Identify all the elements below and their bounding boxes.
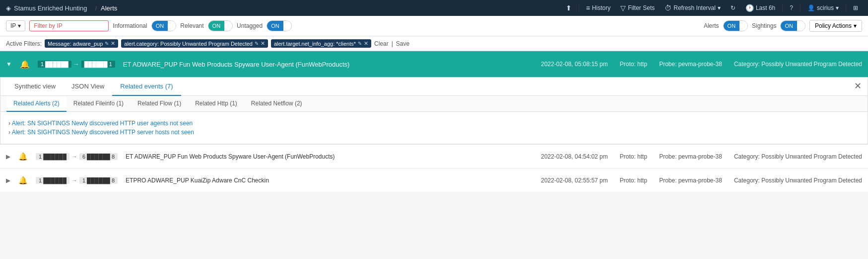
- chevron-down-icon3: ▾: [18, 22, 21, 29]
- remove-filter-icon-0[interactable]: ✕: [111, 40, 115, 47]
- informational-off: [168, 21, 176, 31]
- expand-icon-2[interactable]: ▶: [6, 177, 10, 184]
- src-ip: 1 ██████: [38, 61, 71, 68]
- alert-flow: 1 ██████ → ██████ 1: [38, 61, 115, 68]
- edit-filter-icon-0[interactable]: ✎: [105, 41, 109, 46]
- untagged-off: [283, 21, 291, 31]
- flow-2: 1 ██████ → 1 ██████ 8: [36, 177, 118, 184]
- detail-panel: ✕ Synthetic view JSON View Related event…: [0, 77, 868, 144]
- remove-filter-icon-2[interactable]: ✕: [364, 40, 368, 47]
- filter-pipe: |: [392, 40, 393, 47]
- dst-ip-1: 6 ██████ 8: [79, 153, 118, 160]
- policy-actions-button[interactable]: Policy Actions ▾: [809, 20, 862, 32]
- related-alert-link-0[interactable]: › Alert: SN SIGHTINGS Newly discovered H…: [8, 120, 860, 127]
- ip-filter-dropdown[interactable]: IP ▾: [6, 20, 25, 31]
- chevron-down-icon4: ▾: [854, 22, 857, 29]
- subtab-related-flow[interactable]: Related Flow (1): [131, 96, 188, 112]
- bell-icon-1: 🔔: [18, 152, 28, 161]
- sightings-off: [797, 21, 805, 31]
- relevant-toggle[interactable]: ON: [208, 20, 233, 31]
- collapse-icon: ▼: [6, 61, 12, 68]
- user-menu-button[interactable]: 👤 scirius ▾: [803, 0, 843, 16]
- alert-bell-icon: 🔔: [20, 60, 30, 69]
- flow-arrow-icon-2: →: [71, 177, 77, 184]
- alert-metadata: 2022-02-08, 05:08:15 pm Proto: http Prob…: [541, 61, 862, 68]
- informational-label: Informational: [113, 22, 147, 29]
- refresh-interval-button[interactable]: ⏱ Refresh Interval ▾: [661, 0, 725, 16]
- remove-filter-icon-1[interactable]: ✕: [261, 40, 265, 47]
- alert-category: Category: Possibly Unwanted Program Dete…: [734, 61, 862, 68]
- untagged-on: ON: [267, 21, 283, 31]
- subtab-related-alerts[interactable]: Related Alerts (2): [6, 96, 67, 112]
- last-time-label: Last 6h: [756, 4, 775, 11]
- tab-json-view[interactable]: JSON View: [64, 78, 112, 96]
- meta-2: 2022-02-08, 02:55:57 pm Proto: http Prob…: [541, 177, 862, 184]
- src-ip-2: 1 ██████: [36, 177, 69, 184]
- help-icon: ?: [790, 4, 793, 11]
- relevant-label: Relevant: [180, 22, 203, 29]
- expanded-alert-row[interactable]: ▼ 🔔 1 ██████ → ██████ 1 ET ADWARE_PUP Fu…: [0, 51, 868, 77]
- bell-icon-2: 🔔: [18, 176, 28, 185]
- filter-sets-button[interactable]: ▽ Filter Sets: [616, 0, 659, 16]
- ip-filter-input[interactable]: [29, 20, 109, 31]
- app-brand: ◈ Stamus Enriched Hunting: [6, 4, 87, 12]
- brand-name: Stamus Enriched Hunting: [14, 4, 87, 12]
- informational-on: ON: [152, 21, 168, 31]
- grid-icon: ⊞: [853, 4, 858, 11]
- untagged-label: Untagged: [237, 22, 263, 29]
- filter-chip-text-2: alert.target.net_info_agg: *clients*: [274, 41, 356, 47]
- tab-related-events[interactable]: Related events (7): [112, 78, 181, 96]
- category-1: Category: Possibly Unwanted Program Dete…: [734, 153, 862, 160]
- alert-timestamp: 2022-02-08, 05:08:15 pm: [541, 61, 608, 68]
- history-button[interactable]: ≡ History: [582, 0, 615, 16]
- filter-chip-0: Message: adware_pup ✎ ✕: [45, 39, 118, 48]
- related-alert-link-1[interactable]: › Alert: SN SIGHTINGS Newly discovered H…: [8, 129, 860, 136]
- filter-chip-text-0: Message: adware_pup: [48, 41, 103, 47]
- last-time-button[interactable]: 🕐 Last 6h: [741, 0, 779, 16]
- signature-2: ETPRO ADWARE_PUP KuaiZip Adware CnC Chec…: [126, 177, 533, 184]
- brand-icon: ◈: [6, 4, 11, 12]
- history-label: History: [592, 4, 610, 11]
- subtab-related-netflow[interactable]: Related Netflow (2): [244, 96, 309, 112]
- sub-tabs: Related Alerts (2) Related Fileinfo (1) …: [0, 96, 868, 112]
- export-button[interactable]: ⬆: [562, 0, 576, 16]
- proto-2: Proto: http: [620, 177, 647, 184]
- proto-1: Proto: http: [620, 153, 647, 160]
- edit-filter-icon-1[interactable]: ✎: [255, 41, 259, 46]
- category-2: Category: Possibly Unwanted Program Dete…: [734, 177, 862, 184]
- alert-row-1: ▶ 🔔 1 ██████ → 6 ██████ 8 ET ADWARE_PUP …: [0, 144, 868, 168]
- related-alerts-content: › Alert: SN SIGHTINGS Newly discovered H…: [0, 112, 868, 144]
- clear-filters-button[interactable]: Clear: [374, 40, 389, 47]
- save-filters-button[interactable]: Save: [396, 40, 409, 47]
- top-navigation: ◈ Stamus Enriched Hunting / Alerts ⬆ ≡ H…: [0, 0, 868, 16]
- filter-chip-1: alert.category: Possibly Unwanted Progra…: [121, 39, 268, 48]
- meta-1: 2022-02-08, 04:54:02 pm Proto: http Prob…: [541, 153, 862, 160]
- refresh-button[interactable]: ↻: [727, 0, 739, 16]
- informational-toggle[interactable]: ON: [151, 20, 177, 31]
- sightings-toggle[interactable]: ON: [780, 20, 805, 31]
- refresh-icon: ↻: [731, 4, 735, 11]
- alerts-toggle[interactable]: ON: [723, 20, 748, 31]
- active-filters-bar: Active Filters: Message: adware_pup ✎ ✕ …: [0, 36, 868, 51]
- grid-menu-button[interactable]: ⊞: [849, 0, 862, 16]
- clock2-icon: 🕐: [745, 4, 754, 12]
- sightings-label: Sightings: [752, 22, 776, 29]
- tab-synthetic-view[interactable]: Synthetic view: [6, 78, 64, 96]
- expand-icon-1[interactable]: ▶: [6, 153, 10, 160]
- subtab-related-http[interactable]: Related Http (1): [188, 96, 244, 112]
- edit-filter-icon-2[interactable]: ✎: [358, 41, 362, 46]
- probe-1: Probe: pevma-probe-38: [659, 153, 722, 160]
- filter-icon: ▽: [620, 4, 626, 12]
- probe-2: Probe: pevma-probe-38: [659, 177, 722, 184]
- flow-1: 1 ██████ → 6 ██████ 8: [36, 153, 118, 160]
- untagged-toggle[interactable]: ON: [267, 20, 292, 31]
- subtab-related-fileinfo[interactable]: Related Fileinfo (1): [67, 96, 131, 112]
- user-icon: 👤: [807, 4, 815, 11]
- page-title: Alerts: [101, 4, 117, 12]
- close-detail-button[interactable]: ✕: [854, 82, 862, 90]
- help-button[interactable]: ?: [786, 0, 797, 16]
- alerts-on: ON: [724, 21, 740, 31]
- export-icon: ⬆: [566, 4, 572, 12]
- alerts-label: Alerts: [704, 22, 719, 29]
- policy-actions-label: Policy Actions: [815, 22, 852, 29]
